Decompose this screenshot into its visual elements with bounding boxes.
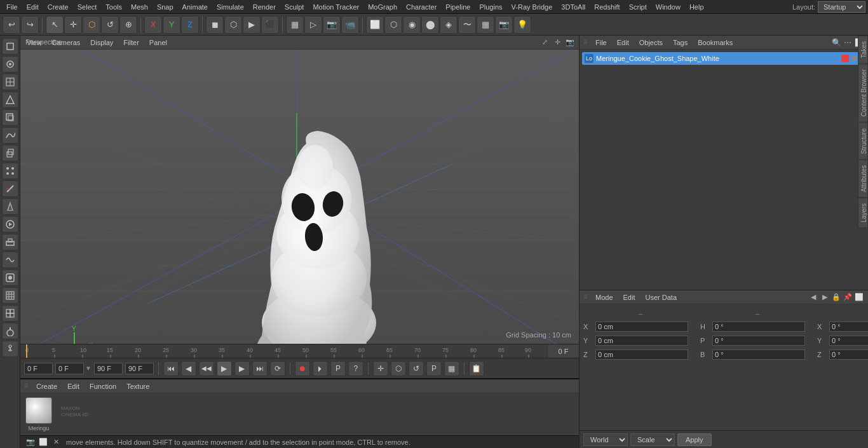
tool-knife[interactable] — [2, 180, 18, 197]
object-row-ghost[interactable]: Lo Meringue_Cookie_Ghost_Shape_White — [582, 52, 865, 65]
status-icon-window[interactable]: ⬜ — [38, 437, 48, 447]
menu-plugins[interactable]: Plugins — [475, 2, 506, 12]
mode-move-button[interactable]: ✛ — [64, 16, 82, 34]
mat-menu-create[interactable]: Create — [34, 382, 60, 391]
attr-y-rot-input[interactable] — [712, 336, 805, 346]
motion-mode-button[interactable]: 📋 — [469, 361, 484, 376]
attr-sz-input[interactable] — [829, 350, 868, 360]
tool-stamp[interactable] — [2, 234, 18, 250]
attr-x-pos-input[interactable] — [595, 322, 688, 332]
tool-extrude[interactable] — [2, 145, 18, 161]
coord-world-dropdown[interactable]: World Object Screen — [583, 433, 628, 446]
obj-menu-bookmarks[interactable]: Bookmarks — [695, 38, 735, 47]
redo-button[interactable]: ↪ — [21, 16, 39, 34]
vp-icon-move[interactable]: ✛ — [552, 37, 562, 48]
coord-apply-button[interactable]: Apply — [677, 433, 712, 446]
obj-anim-button[interactable]: ▶ — [243, 16, 261, 34]
render-view-button[interactable]: ▦ — [286, 16, 304, 34]
step-forward-button[interactable]: ▶ — [234, 361, 250, 376]
tool-live[interactable] — [2, 216, 18, 233]
vp-icon-camera[interactable]: 📷 — [565, 37, 575, 48]
attr-sx-input[interactable] — [829, 322, 868, 332]
mode-select-button[interactable]: ↖ — [46, 16, 64, 34]
attr-menu-mode[interactable]: Mode — [593, 293, 616, 302]
timeline-ruler[interactable]: 0 5 10 15 20 25 30 35 — [20, 344, 579, 358]
tool-multi[interactable] — [2, 305, 18, 322]
attr-nav-next[interactable]: ▶ — [820, 292, 830, 302]
status-icon-close[interactable]: ✕ — [51, 437, 61, 447]
tool-paint[interactable] — [2, 56, 18, 72]
status-icon-camera[interactable]: 📷 — [25, 437, 36, 447]
vp-menu-display[interactable]: Display — [88, 38, 116, 47]
obj-key-button[interactable]: ⬡ — [224, 16, 242, 34]
tool-uvw[interactable] — [2, 74, 18, 90]
axis-x-button[interactable]: X — [144, 16, 162, 34]
menu-create[interactable]: Create — [44, 2, 72, 12]
tool-texture[interactable] — [2, 269, 18, 286]
axis-y-button[interactable]: Y — [163, 16, 180, 34]
coord-scale-dropdown[interactable]: Scale Size — [630, 433, 675, 446]
layout-dropdown[interactable]: Startup Standard Animate — [818, 1, 865, 13]
mode-scale-button[interactable]: ⬡ — [83, 16, 100, 34]
menu-mesh[interactable]: Mesh — [127, 2, 152, 12]
key-scale-button[interactable]: ⬡ — [391, 361, 406, 376]
tool-deform[interactable] — [2, 252, 18, 268]
menu-script[interactable]: Script — [625, 2, 651, 12]
attr-z-rot-input[interactable] — [712, 350, 805, 360]
attr-sy-input[interactable] — [829, 336, 868, 346]
render-ir-button[interactable]: 📹 — [341, 16, 359, 34]
obj-model-button[interactable]: ◼ — [206, 16, 224, 34]
key-move-button[interactable]: ✛ — [373, 361, 388, 376]
menu-vray[interactable]: V-Ray Bridge — [508, 2, 557, 12]
key-all-button[interactable]: P — [330, 361, 346, 376]
loop-button[interactable]: ⟳ — [270, 361, 285, 376]
play-button[interactable]: ▶ — [217, 361, 232, 376]
material-item[interactable]: Meringu — [25, 397, 52, 431]
tab-layers[interactable]: Layers — [858, 198, 868, 228]
menu-motion-tracker[interactable]: Motion Tracker — [309, 2, 363, 12]
attr-expand[interactable]: ⬜ — [854, 292, 864, 302]
tool-model[interactable] — [2, 38, 18, 55]
attr-x-rot-input[interactable] — [712, 322, 805, 332]
current-frame-indicator[interactable]: 0 F — [547, 344, 579, 358]
view-cam-button[interactable]: 📷 — [495, 16, 513, 34]
play-back-button[interactable]: ◀◀ — [199, 361, 214, 376]
attr-menu-edit[interactable]: Edit — [621, 293, 638, 302]
view-cube-button[interactable]: ⬡ — [384, 16, 402, 34]
tool-sculpt[interactable] — [2, 109, 18, 126]
tool-rigging[interactable] — [2, 341, 18, 357]
attr-pin[interactable]: 📌 — [843, 292, 853, 302]
record-button[interactable]: ⏺ — [295, 361, 310, 376]
vp-menu-cameras[interactable]: Cameras — [50, 38, 83, 47]
mode-rotate-button[interactable]: ↺ — [101, 16, 119, 34]
mat-menu-texture[interactable]: Texture — [124, 382, 152, 391]
obj-menu-edit[interactable]: Edit — [614, 38, 632, 47]
key-point-button[interactable]: ▦ — [444, 361, 459, 376]
mat-menu-function[interactable]: Function — [87, 382, 119, 391]
tool-object[interactable] — [2, 92, 18, 108]
obj-menu-tags[interactable]: Tags — [670, 38, 690, 47]
tab-structure[interactable]: Structure — [858, 123, 868, 160]
menu-window[interactable]: Window — [652, 2, 684, 12]
view-light-button[interactable]: 💡 — [513, 16, 531, 34]
tool-soft[interactable] — [2, 323, 18, 339]
menu-render[interactable]: Render — [249, 2, 280, 12]
obj-more-icon[interactable]: ⋯ — [843, 37, 853, 48]
attr-nav-prev[interactable]: ◀ — [808, 292, 818, 302]
attr-z-pos-input[interactable] — [595, 350, 688, 360]
vp-menu-filter[interactable]: Filter — [121, 38, 141, 47]
tool-point[interactable] — [2, 163, 18, 179]
obj-search-icon[interactable]: 🔍 — [831, 37, 841, 48]
tool-grid[interactable] — [2, 287, 18, 304]
menu-tools[interactable]: Tools — [102, 2, 126, 12]
mode-transform-button[interactable]: ⊕ — [119, 16, 137, 34]
obj-render-button[interactable]: ⬛ — [261, 16, 279, 34]
menu-simulate[interactable]: Simulate — [213, 2, 248, 12]
jump-to-end-button[interactable]: ⏭ — [252, 361, 268, 376]
tab-attributes[interactable]: Attributes — [858, 160, 868, 198]
view-subdiv-button[interactable]: ⬤ — [421, 16, 439, 34]
menu-character[interactable]: Character — [402, 2, 440, 12]
menu-edit[interactable]: Edit — [23, 2, 43, 12]
view-nurbs-button[interactable]: ◈ — [440, 16, 458, 34]
view-floor-button[interactable]: ▦ — [477, 16, 494, 34]
